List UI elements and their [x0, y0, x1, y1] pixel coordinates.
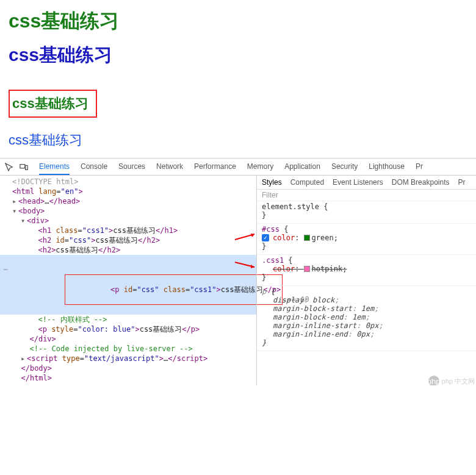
node-h2-plain[interactable]: <h2>css基础练习</h2>	[0, 245, 256, 255]
node-div-close[interactable]: </div>	[0, 334, 256, 344]
tab-more[interactable]: Pr	[416, 159, 423, 175]
inspect-icon[interactable]	[4, 162, 15, 173]
color-swatch[interactable]	[304, 266, 310, 272]
device-toggle-icon[interactable]	[18, 162, 29, 173]
subtab-dom-breakpoints[interactable]: DOM Breakpoints	[392, 178, 450, 187]
devtools-panels: <!DOCTYPE html> <html lang="en"> ▸<head>…	[0, 176, 476, 385]
watermark-logo-icon: php	[428, 376, 439, 385]
page-p: css基础练习	[9, 131, 476, 149]
rendered-page: css基础练习 css基础练习 css基础练习 css基础练习	[0, 8, 476, 159]
page-h1: css基础练习	[9, 8, 476, 35]
rule-element-style[interactable]: element.style { }	[257, 201, 476, 224]
node-h1[interactable]: <h1 class="css1">css基础练习</h1>	[0, 226, 256, 235]
subtab-more[interactable]: Pr	[458, 178, 465, 187]
styles-subtabs: Styles Computed Event Listeners DOM Brea…	[257, 176, 476, 190]
color-swatch[interactable]	[304, 235, 310, 241]
tab-elements[interactable]: Elements	[39, 159, 70, 175]
elements-panel[interactable]: <!DOCTYPE html> <html lang="en"> ▸<head>…	[0, 176, 256, 385]
selected-row-menu-icon[interactable]: ⋯	[0, 265, 11, 274]
devtools-tabs: Elements Console Sources Network Perform…	[39, 159, 423, 175]
node-body-close[interactable]: </body>	[0, 363, 256, 373]
node-h2-id[interactable]: <h2 id="css">css基础练习</h2>	[0, 235, 256, 245]
tab-network[interactable]: Network	[156, 159, 183, 175]
node-script[interactable]: ▸<script type="text/javascript">…</scrip…	[0, 354, 256, 363]
node-p-style[interactable]: <p style="color: blue">css基础练习</p>	[0, 324, 256, 334]
node-doctype[interactable]: <!DOCTYPE html>	[12, 177, 78, 186]
tab-console[interactable]: Console	[81, 159, 107, 175]
devtools: Elements Console Sources Network Perform…	[0, 158, 476, 385]
devtools-toolbar: Elements Console Sources Network Perform…	[0, 159, 476, 176]
node-html-close[interactable]: </html>	[0, 373, 256, 383]
node-comment-inline[interactable]: <!-- 内联样式 -->	[0, 315, 256, 324]
tab-lighthouse[interactable]: Lighthouse	[369, 159, 405, 175]
subtab-computed[interactable]: Computed	[290, 178, 324, 187]
styles-filter-input[interactable]: Filter	[257, 190, 476, 201]
node-html-open[interactable]: <html lang="en">	[0, 187, 256, 196]
node-body-open[interactable]: ▾<body>	[0, 206, 256, 216]
page-h2: css基础练习	[9, 43, 476, 68]
svg-rect-0	[20, 165, 25, 168]
node-head[interactable]: ▸<head>…</head>	[0, 196, 256, 206]
tab-sources[interactable]: Sources	[118, 159, 145, 175]
node-p-selected[interactable]: ⋯ <p id="css" class="css1">css基础练习</p> =…	[0, 255, 256, 315]
tab-performance[interactable]: Performance	[194, 159, 236, 175]
styles-panel: Styles Computed Event Listeners DOM Brea…	[256, 176, 476, 385]
node-comment-liveserver[interactable]: <!-- Code injected by live-server -->	[0, 344, 256, 354]
node-div-open[interactable]: ▾<div>	[0, 216, 256, 226]
page-h3-selected: css基础练习	[9, 90, 97, 118]
watermark-text: php 中文网	[442, 377, 475, 386]
svg-rect-1	[26, 165, 28, 170]
tab-memory[interactable]: Memory	[247, 159, 273, 175]
subtab-event-listeners[interactable]: Event Listeners	[333, 178, 383, 187]
rule-class-css1[interactable]: .css1 { color: hotpink; }	[257, 255, 476, 286]
rule-user-agent-p[interactable]: p { display: block; margin-block-start: …	[257, 286, 476, 351]
prop-toggle-checkbox[interactable]	[262, 234, 269, 241]
annotation-arrow-icon	[234, 232, 258, 241]
watermark: php php 中文网	[428, 376, 475, 385]
annotation-arrow-icon	[234, 261, 258, 270]
rule-id-css[interactable]: #css { color: green; }	[257, 224, 476, 255]
tab-security[interactable]: Security	[331, 159, 358, 175]
tab-application[interactable]: Application	[284, 159, 320, 175]
subtab-styles[interactable]: Styles	[262, 178, 282, 187]
